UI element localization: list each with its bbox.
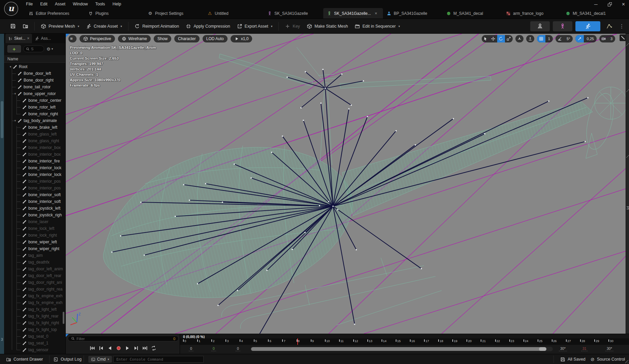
dock-expand-icon[interactable] bbox=[626, 43, 629, 46]
grid-snap-control[interactable]: 1 bbox=[537, 35, 553, 42]
bone-row-tag_fx_light_top[interactable]: tag_fx_light_top bbox=[4, 326, 65, 333]
scale-snap-control[interactable]: 0,25 bbox=[575, 35, 596, 42]
asset-tab-plugins[interactable]: Plugins bbox=[85, 8, 144, 19]
asset-tab-mi-sa341-decal1[interactable]: MI_SA341_decal1 bbox=[562, 8, 622, 19]
menu-help[interactable]: Help bbox=[109, 0, 125, 8]
bone-row-bone_interior_soft[interactable]: bone_interior_soft bbox=[4, 191, 65, 198]
bone-row-bone_brake_left[interactable]: bone_brake_left bbox=[4, 124, 65, 131]
bone-search-box[interactable] bbox=[23, 46, 44, 52]
bone-row-bone_interior_fire[interactable]: bone_interior_fire bbox=[4, 158, 65, 164]
curves-button[interactable] bbox=[603, 21, 615, 31]
bone-row-tag_door_left_anim[interactable]: tag_door_left_anim bbox=[4, 266, 65, 272]
browse-content-button[interactable] bbox=[19, 21, 32, 32]
bone-row-bone_interior_lock[interactable]: bone_interior_lock bbox=[4, 164, 65, 171]
viewport-perspective-button[interactable]: Perspective bbox=[80, 35, 115, 42]
range-field[interactable]: 30* bbox=[605, 346, 613, 351]
surface-snap-button[interactable] bbox=[526, 35, 534, 42]
bone-row-bone_interior_box[interactable]: bone_interior_box bbox=[4, 151, 65, 158]
cursor-tool[interactable] bbox=[482, 35, 489, 42]
play-reverse-button[interactable] bbox=[106, 344, 114, 352]
bone-row-bone_door_right[interactable]: Bone_door_right bbox=[4, 77, 65, 84]
animation-runner-button[interactable] bbox=[575, 21, 600, 31]
bone-row-tag_fx_engine_exh[interactable]: tag_fx_engine_exh bbox=[4, 299, 65, 306]
bone-row-bone_upper_rotor[interactable]: ▾bone_upper_rotor bbox=[4, 90, 65, 97]
cmd-selector[interactable]: Cmd▾ bbox=[88, 356, 112, 363]
asset-tab-untitled[interactable]: ⚠Untitled bbox=[204, 8, 264, 19]
bone-row-tag_door_left_rear[interactable]: tag_door_left_rear bbox=[4, 272, 65, 279]
viewport-wireframe-button[interactable]: Wireframe bbox=[118, 35, 151, 42]
expander-arrow-icon[interactable]: ▾ bbox=[13, 92, 18, 95]
step-forward-button[interactable] bbox=[132, 344, 140, 352]
frame-field[interactable]: 0 bbox=[236, 346, 240, 351]
range-field[interactable]: 31 bbox=[581, 346, 588, 351]
reimport-animation-button[interactable]: Reimport Animation bbox=[131, 21, 182, 32]
bone-row-root[interactable]: ▾Root bbox=[4, 63, 65, 70]
viewport-lod-auto-button[interactable]: LOD Auto bbox=[203, 35, 228, 42]
bone-row-tag_fx_light_right[interactable]: tag_fx_light_right bbox=[4, 320, 65, 326]
panel-tab-skel[interactable]: Skel...× bbox=[5, 34, 32, 43]
dock-expand-icon[interactable] bbox=[626, 155, 629, 158]
rotate-tool[interactable] bbox=[497, 35, 505, 42]
all-saved-button[interactable]: All Saved bbox=[560, 354, 586, 364]
viewport-menu-button[interactable]: ≡ bbox=[68, 35, 77, 42]
menu-edit[interactable]: Edit bbox=[36, 0, 51, 8]
bone-row-bone_rotor_left[interactable]: bone_rotor_left bbox=[4, 104, 65, 111]
bone-row-bone_door_left[interactable]: Bone_door_left bbox=[4, 70, 65, 77]
menu-tools[interactable]: Tools bbox=[91, 0, 109, 8]
bone-row-bone_interior_box[interactable]: bone_interior_box bbox=[4, 144, 65, 151]
viewport-x1-0-button[interactable]: x1,0 bbox=[231, 35, 252, 42]
timeline-ruler[interactable]: 0123456789101112131415161718192021222324… bbox=[180, 338, 629, 345]
bone-row-bone_rotor_center[interactable]: bone_rotor_center bbox=[4, 97, 65, 104]
bone-row-bone_rotor_right[interactable]: bone_rotor_right bbox=[4, 111, 65, 117]
add-bone-button[interactable]: + bbox=[7, 45, 21, 53]
skeleton-bust-button[interactable] bbox=[530, 21, 550, 31]
bone-row-tag_deathfx[interactable]: tag_deathfx bbox=[4, 259, 65, 266]
menu-asset[interactable]: Asset bbox=[51, 0, 69, 8]
bone-row-bone_interior_pos[interactable]: bone_interior_pos bbox=[4, 185, 65, 191]
bone-row-bone_lock_right[interactable]: bone_lock_right bbox=[4, 232, 65, 239]
expander-arrow-icon[interactable]: ▾ bbox=[8, 65, 13, 68]
right-dock-edge[interactable]: Pr bbox=[626, 34, 629, 354]
bone-row-tag_body_animate[interactable]: ▾tag_body_animate bbox=[4, 117, 65, 124]
asset-tab-m-sa341-decal[interactable]: M_SA341_decal bbox=[443, 8, 502, 19]
world-gizmo-button[interactable] bbox=[515, 35, 523, 42]
bone-row-tag_door_right_rea[interactable]: tag_door_right_rea bbox=[4, 286, 65, 293]
scale-tool[interactable] bbox=[505, 35, 513, 42]
bone-row-tag_aim[interactable]: tag_aim bbox=[4, 252, 65, 259]
content-drawer-button[interactable]: Content Drawer bbox=[6, 354, 43, 364]
create-asset-button[interactable]: Create Asset▾ bbox=[83, 21, 125, 32]
asset-tab-sk-sa341gazelle[interactable]: SK_SA341Gazelle bbox=[264, 8, 323, 19]
bone-row-tag_sensor[interactable]: tag_sensor bbox=[4, 346, 65, 353]
bone-row-bone_glass_left[interactable]: bone_glass_left bbox=[4, 131, 65, 138]
camera-speed-control[interactable]: 3 bbox=[599, 35, 615, 42]
bone-row-bone_interior_soft[interactable]: bone_interior_soft bbox=[4, 198, 65, 205]
tab-close-icon[interactable]: × bbox=[27, 36, 29, 41]
bone-row-tag_fx_light_left[interactable]: tag_fx_light_left bbox=[4, 306, 65, 313]
range-field[interactable]: 30* bbox=[559, 346, 567, 351]
menu-window[interactable]: Window bbox=[69, 0, 91, 8]
expander-arrow-icon[interactable]: ▾ bbox=[13, 119, 18, 122]
timeline-scrollbar-cap[interactable] bbox=[539, 347, 546, 351]
to-end-button[interactable] bbox=[141, 344, 149, 352]
bone-row-bone_wiper_left[interactable]: bone_wiper_left bbox=[4, 239, 65, 245]
bone-row-tag_seat_0[interactable]: tag_seat_0 bbox=[4, 333, 65, 340]
timeline-scrollbar-thumb[interactable] bbox=[251, 347, 546, 351]
timeline-filter-input[interactable] bbox=[77, 337, 172, 341]
preview-mesh-button[interactable]: Preview Mesh▾ bbox=[37, 21, 83, 32]
tree-scrollbar-thumb[interactable] bbox=[63, 312, 64, 324]
output-log-button[interactable]: Output Log bbox=[53, 354, 82, 364]
key-button[interactable]: Key bbox=[281, 21, 303, 32]
asset-tab-project-settings[interactable]: ⚙Project Settings bbox=[144, 8, 204, 19]
edit-in-sequencer-button[interactable]: Edit in Sequencer▾ bbox=[351, 21, 403, 32]
bone-row-tag_fx_light_rear[interactable]: tag_fx_light_rear bbox=[4, 313, 65, 320]
dock-expand-icon[interactable] bbox=[626, 89, 629, 92]
step-back-button[interactable] bbox=[97, 344, 105, 352]
asset-tab-editor-preferences[interactable]: Editor Preferences bbox=[25, 8, 85, 19]
bone-row-tag_fx_engine_exh[interactable]: tag_fx_engine_exh bbox=[4, 293, 65, 299]
asset-tab-arm-france-logo[interactable]: arm_france_logo bbox=[502, 8, 562, 19]
move-tool[interactable] bbox=[489, 35, 497, 42]
asset-tab-sk-sa341gazelle-[interactable]: SK_SA341Gazelle...× bbox=[323, 8, 383, 19]
restore-icon[interactable] bbox=[608, 2, 612, 6]
left-dock-edge[interactable]: 3 bbox=[0, 34, 4, 354]
bone-row-tag_seat_1[interactable]: tag_seat_1 bbox=[4, 340, 65, 346]
